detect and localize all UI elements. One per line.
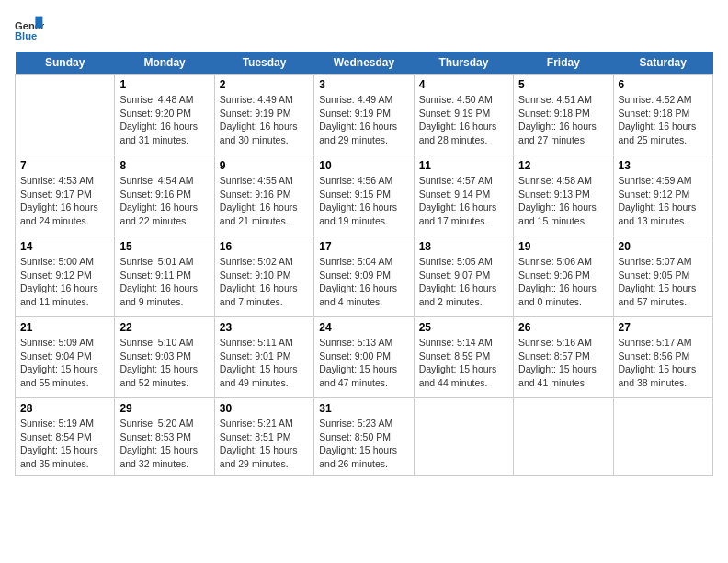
cell-info: Sunset: 9:00 PM	[319, 350, 408, 363]
day-number: 1	[119, 78, 209, 91]
calendar-cell: 5Sunrise: 4:51 AMSunset: 9:18 PMDaylight…	[514, 75, 613, 155]
cell-info: Sunrise: 5:02 AM	[220, 255, 309, 269]
cell-info: Sunset: 9:01 PM	[220, 350, 309, 363]
cell-info: Sunrise: 5:00 AM	[20, 255, 109, 269]
calendar-cell: 14Sunrise: 5:00 AMSunset: 9:12 PMDayligh…	[16, 236, 115, 317]
calendar-cell: 9Sunrise: 4:55 AMSunset: 9:16 PMDaylight…	[214, 155, 313, 236]
calendar-cell: 11Sunrise: 4:57 AMSunset: 9:14 PMDayligh…	[414, 155, 513, 236]
cell-info: Sunrise: 5:20 AM	[119, 417, 209, 431]
day-number: 28	[20, 402, 109, 415]
calendar-cell: 16Sunrise: 5:02 AMSunset: 9:10 PMDayligh…	[214, 236, 313, 317]
calendar-cell: 1Sunrise: 4:48 AMSunset: 9:20 PMDaylight…	[115, 75, 214, 155]
cell-info: Sunrise: 4:49 AM	[319, 93, 408, 107]
calendar-cell: 15Sunrise: 5:01 AMSunset: 9:11 PMDayligh…	[115, 236, 214, 317]
cell-info: Sunrise: 5:23 AM	[319, 417, 408, 431]
calendar-cell: 18Sunrise: 5:05 AMSunset: 9:07 PMDayligh…	[414, 236, 513, 317]
calendar-table: SundayMondayTuesdayWednesdayThursdayFrid…	[15, 52, 713, 476]
day-number: 16	[220, 240, 309, 253]
day-number: 8	[119, 159, 209, 172]
calendar-cell: 19Sunrise: 5:06 AMSunset: 9:06 PMDayligh…	[514, 236, 613, 317]
cell-info: Daylight: 16 hours and 30 minutes.	[220, 120, 309, 146]
cell-info: Sunset: 9:06 PM	[518, 269, 608, 282]
cell-info: Sunrise: 5:16 AM	[518, 336, 608, 350]
cell-info: Sunset: 9:12 PM	[619, 188, 708, 201]
day-number: 5	[518, 78, 608, 91]
cell-info: Daylight: 16 hours and 9 minutes.	[119, 282, 209, 308]
cell-info: Sunset: 9:11 PM	[119, 269, 209, 282]
cell-info: Sunset: 9:14 PM	[419, 188, 508, 201]
day-header-thursday: Thursday	[414, 52, 513, 75]
cell-info: Daylight: 16 hours and 17 minutes.	[419, 201, 508, 227]
day-number: 3	[319, 78, 408, 91]
cell-info: Sunrise: 5:07 AM	[619, 255, 708, 269]
cell-info: Sunset: 9:12 PM	[20, 269, 109, 282]
cell-info: Sunset: 9:03 PM	[119, 350, 209, 363]
day-number: 4	[419, 78, 508, 91]
cell-info: Sunset: 9:19 PM	[220, 107, 309, 121]
cell-info: Daylight: 16 hours and 7 minutes.	[220, 282, 309, 308]
day-number: 30	[220, 402, 309, 415]
day-header-wednesday: Wednesday	[314, 52, 414, 75]
cell-info: Sunrise: 4:51 AM	[518, 93, 608, 107]
calendar-cell: 28Sunrise: 5:19 AMSunset: 8:54 PMDayligh…	[16, 398, 115, 476]
cell-info: Daylight: 16 hours and 0 minutes.	[518, 282, 608, 308]
cell-info: Sunset: 8:50 PM	[319, 431, 408, 444]
cell-info: Sunrise: 5:14 AM	[419, 336, 508, 350]
cell-info: Sunrise: 5:01 AM	[119, 255, 209, 269]
cell-info: Daylight: 15 hours and 41 minutes.	[518, 362, 608, 389]
cell-info: Daylight: 16 hours and 24 minutes.	[20, 201, 109, 227]
cell-info: Sunrise: 5:04 AM	[319, 255, 408, 269]
cell-info: Daylight: 16 hours and 13 minutes.	[619, 201, 708, 227]
cell-info: Sunrise: 4:56 AM	[319, 174, 408, 188]
cell-info: Daylight: 16 hours and 19 minutes.	[319, 201, 408, 227]
cell-info: Sunrise: 4:50 AM	[419, 93, 508, 107]
calendar-cell: 26Sunrise: 5:16 AMSunset: 8:57 PMDayligh…	[514, 317, 613, 398]
day-number: 13	[619, 159, 708, 172]
day-header-saturday: Saturday	[613, 52, 712, 75]
day-number: 18	[419, 240, 508, 253]
cell-info: Daylight: 16 hours and 27 minutes.	[518, 120, 608, 146]
page-header: General Blue	[15, 15, 713, 44]
day-number: 17	[319, 240, 408, 253]
cell-info: Sunrise: 5:06 AM	[518, 255, 608, 269]
logo: General Blue	[15, 15, 48, 44]
day-header-friday: Friday	[514, 52, 613, 75]
cell-info: Sunset: 8:54 PM	[20, 431, 109, 444]
cell-info: Sunset: 9:09 PM	[319, 269, 408, 282]
cell-info: Sunset: 8:56 PM	[619, 350, 708, 363]
day-number: 11	[419, 159, 508, 172]
day-number: 14	[20, 240, 109, 253]
cell-info: Daylight: 15 hours and 52 minutes.	[119, 362, 209, 389]
cell-info: Daylight: 16 hours and 22 minutes.	[119, 201, 209, 227]
day-number: 20	[619, 240, 708, 253]
cell-info: Daylight: 16 hours and 21 minutes.	[220, 201, 309, 227]
day-number: 19	[518, 240, 608, 253]
cell-info: Sunrise: 5:09 AM	[20, 336, 109, 350]
calendar-cell: 25Sunrise: 5:14 AMSunset: 8:59 PMDayligh…	[414, 317, 513, 398]
cell-info: Daylight: 15 hours and 57 minutes.	[619, 282, 708, 308]
day-number: 26	[518, 321, 608, 334]
day-number: 21	[20, 321, 109, 334]
cell-info: Daylight: 15 hours and 26 minutes.	[319, 443, 408, 470]
cell-info: Sunrise: 4:55 AM	[220, 174, 309, 188]
calendar-cell: 8Sunrise: 4:54 AMSunset: 9:16 PMDaylight…	[115, 155, 214, 236]
cell-info: Sunrise: 5:13 AM	[319, 336, 408, 350]
cell-info: Daylight: 16 hours and 11 minutes.	[20, 282, 109, 308]
cell-info: Daylight: 16 hours and 29 minutes.	[319, 120, 408, 146]
calendar-cell: 13Sunrise: 4:59 AMSunset: 9:12 PMDayligh…	[613, 155, 712, 236]
cell-info: Sunset: 9:17 PM	[20, 188, 109, 201]
cell-info: Sunset: 8:53 PM	[119, 431, 209, 444]
calendar-cell: 17Sunrise: 5:04 AMSunset: 9:09 PMDayligh…	[314, 236, 414, 317]
day-number: 15	[119, 240, 209, 253]
cell-info: Sunrise: 4:59 AM	[619, 174, 708, 188]
cell-info: Sunset: 9:19 PM	[319, 107, 408, 121]
calendar-cell: 22Sunrise: 5:10 AMSunset: 9:03 PMDayligh…	[115, 317, 214, 398]
day-header-monday: Monday	[115, 52, 214, 75]
cell-info: Sunset: 9:10 PM	[220, 269, 309, 282]
day-number: 27	[619, 321, 708, 334]
calendar-cell: 6Sunrise: 4:52 AMSunset: 9:18 PMDaylight…	[613, 75, 712, 155]
cell-info: Sunset: 9:16 PM	[119, 188, 209, 201]
cell-info: Sunset: 9:20 PM	[119, 107, 209, 121]
logo-icon: General Blue	[15, 15, 44, 44]
calendar-cell: 24Sunrise: 5:13 AMSunset: 9:00 PMDayligh…	[314, 317, 414, 398]
